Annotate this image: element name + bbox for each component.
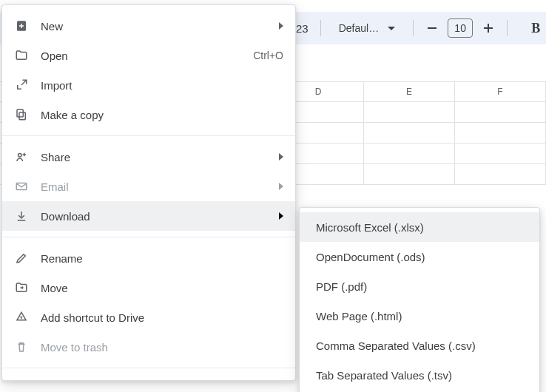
- toolbar-number: 23: [294, 22, 310, 35]
- submenu-arrow-icon: [279, 183, 283, 190]
- svg-rect-5: [19, 25, 24, 27]
- cell[interactable]: [364, 123, 455, 143]
- font-family-label: Defaul…: [339, 22, 379, 34]
- cell[interactable]: [364, 102, 455, 122]
- menu-item-new[interactable]: New: [2, 11, 295, 41]
- file-menu: New Open Ctrl+O Import Make a copy Share…: [1, 4, 296, 381]
- rename-icon: [14, 251, 29, 266]
- copy-icon: [14, 107, 29, 122]
- menu-item-email: Email: [2, 172, 295, 201]
- toolbar-divider: [507, 20, 508, 36]
- trash-icon: [14, 339, 29, 354]
- menu-item-label: Open: [41, 50, 241, 62]
- email-icon: [14, 179, 29, 194]
- download-option-ods[interactable]: OpenDocument (.ods): [300, 242, 539, 271]
- menu-item-label: Add shortcut to Drive: [41, 311, 283, 324]
- svg-rect-0: [428, 27, 437, 29]
- download-icon: [14, 209, 29, 223]
- svg-point-8: [18, 154, 22, 158]
- font-size-increase-button[interactable]: [480, 20, 496, 36]
- download-option-tsv[interactable]: Tab Separated Values (.tsv): [300, 360, 539, 390]
- font-size-value: 10: [454, 22, 466, 34]
- column-header[interactable]: E: [364, 82, 455, 101]
- menu-item-label: Make a copy: [41, 109, 283, 121]
- menu-item-label: New: [41, 20, 267, 33]
- move-folder-icon: [14, 280, 29, 295]
- download-option-csv[interactable]: Comma Separated Values (.csv): [300, 331, 539, 360]
- import-icon: [14, 78, 29, 92]
- svg-rect-2: [488, 24, 489, 33]
- minus-icon: [427, 23, 437, 33]
- new-file-icon: [14, 18, 29, 33]
- drive-shortcut-icon: [14, 310, 29, 325]
- menu-item-label: Move: [41, 282, 283, 294]
- menu-separator: [2, 135, 295, 136]
- download-option-pdf[interactable]: PDF (.pdf): [300, 271, 539, 301]
- download-option-html[interactable]: Web Page (.html): [300, 301, 539, 331]
- download-submenu: Microsoft Excel (.xlsx) OpenDocument (.o…: [299, 207, 540, 392]
- cell[interactable]: [455, 164, 546, 184]
- font-size-input[interactable]: 10: [448, 18, 473, 38]
- menu-item-label: Email: [41, 180, 267, 193]
- menu-separator: [2, 368, 295, 368]
- font-size-decrease-button[interactable]: [424, 20, 440, 36]
- menu-item-open[interactable]: Open Ctrl+O: [2, 41, 295, 70]
- menu-item-label: Import: [41, 79, 283, 92]
- cell[interactable]: [455, 123, 546, 143]
- download-option-xlsx[interactable]: Microsoft Excel (.xlsx): [300, 212, 539, 242]
- menu-separator: [2, 237, 295, 237]
- font-family-dropdown[interactable]: Defaul…: [331, 19, 402, 37]
- menu-item-share[interactable]: Share: [2, 142, 295, 172]
- toolbar-divider: [320, 20, 321, 36]
- submenu-arrow-icon: [279, 212, 283, 220]
- cell[interactable]: [364, 143, 455, 163]
- menu-item-label: Move to trash: [41, 341, 283, 354]
- dropdown-caret-icon: [388, 27, 395, 30]
- menu-item-download[interactable]: Download: [2, 201, 295, 231]
- menu-item-trash: Move to trash: [2, 332, 295, 362]
- bold-button[interactable]: B: [531, 21, 540, 36]
- cell[interactable]: [455, 102, 546, 122]
- menu-item-move[interactable]: Move: [2, 273, 295, 303]
- font-size-group: 10: [424, 18, 496, 38]
- column-header[interactable]: F: [455, 82, 546, 101]
- submenu-arrow-icon: [279, 153, 283, 160]
- cell[interactable]: [364, 164, 455, 184]
- menu-item-shortcut: Ctrl+O: [253, 50, 283, 61]
- menu-item-import[interactable]: Import: [2, 70, 295, 100]
- menu-item-rename[interactable]: Rename: [2, 243, 295, 273]
- menu-item-label: Download: [41, 210, 267, 223]
- toolbar-divider: [413, 20, 414, 36]
- cell[interactable]: [455, 143, 546, 163]
- menu-item-make-copy[interactable]: Make a copy: [2, 100, 295, 129]
- submenu-arrow-icon: [279, 22, 283, 30]
- share-icon: [14, 149, 29, 164]
- menu-item-label: Share: [41, 151, 267, 163]
- plus-icon: [483, 23, 493, 33]
- svg-rect-6: [19, 112, 25, 120]
- folder-icon: [14, 48, 29, 63]
- svg-rect-7: [17, 109, 23, 117]
- menu-item-add-shortcut[interactable]: Add shortcut to Drive: [2, 303, 295, 332]
- menu-item-label: Rename: [41, 252, 283, 265]
